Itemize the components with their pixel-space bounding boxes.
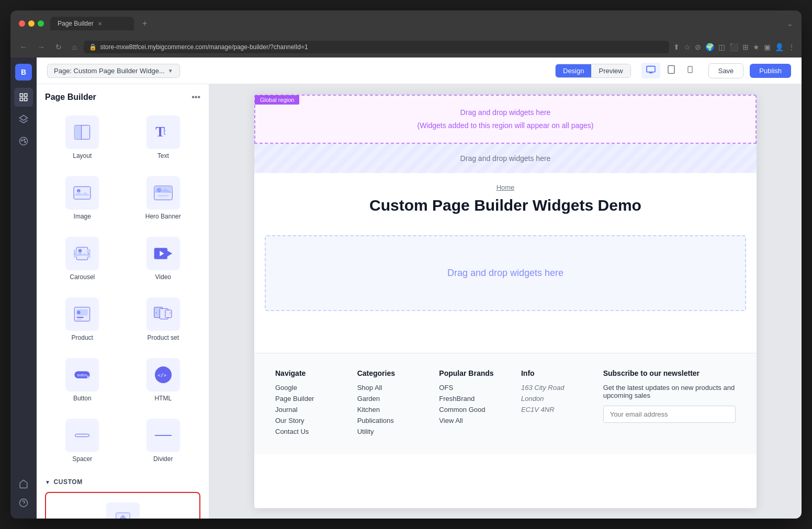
list-item: London — [521, 395, 588, 402]
address-bar[interactable]: 🔒 store-mxw8ttfcei.mybigcommerce.com/man… — [84, 41, 669, 53]
top-drop-zone[interactable]: Drag and drop widgets here — [254, 144, 757, 173]
svg-point-7 — [24, 139, 25, 140]
footer-newsletter: Subscribe to our newsletter Get the late… — [603, 369, 736, 439]
list-item: Our Story — [275, 417, 342, 424]
design-button[interactable]: Design — [556, 64, 591, 77]
sidebar-icon-help[interactable] — [14, 493, 33, 512]
desktop-device-button[interactable] — [641, 63, 660, 78]
global-drop-text: Drag and drop widgets here (Widgets adde… — [266, 106, 745, 132]
sidebar-icon-home[interactable] — [14, 88, 33, 107]
footer-navigate-list: Google Page Builder Journal Our Story Co… — [275, 384, 342, 435]
settings-icon[interactable]: ⊘ — [695, 43, 701, 51]
sidebar-toggle-icon[interactable]: ▣ — [764, 43, 771, 51]
widget-item-image[interactable]: Image — [45, 171, 120, 225]
bookmark-icon[interactable]: ☆ — [684, 43, 691, 51]
custom-toggle-icon[interactable]: ▼ — [45, 479, 51, 485]
canvas-area: Global region Drag and drop widgets here… — [209, 84, 802, 519]
page-title: Custom Page Builder Widgets Demo — [275, 197, 736, 214]
widget-label-html: HTML — [154, 395, 172, 402]
grid-icon[interactable]: ⊞ — [742, 43, 749, 51]
preview-button[interactable]: Preview — [591, 64, 630, 77]
save-button[interactable]: Save — [708, 63, 744, 78]
widget-icon-image — [65, 176, 99, 210]
tab-title: Page Builder — [58, 20, 94, 27]
browser-tab[interactable]: Page Builder ✕ — [50, 17, 134, 30]
sidebar-icon-store[interactable] — [14, 475, 33, 493]
extensions-icon[interactable]: 🌍 — [705, 43, 714, 51]
newsletter-email-input[interactable] — [603, 406, 736, 423]
main-drop-zone[interactable]: Drag and drop widgets here — [265, 235, 746, 311]
tablet-device-button[interactable] — [662, 63, 680, 78]
widget-label-spacer: Spacer — [72, 455, 92, 463]
widget-item-product[interactable]: Product — [45, 292, 120, 347]
canvas-frame: Global region Drag and drop widgets here… — [254, 95, 757, 508]
widget-item-hero-banner[interactable]: Hero Banner — [126, 171, 201, 225]
maximize-button[interactable] — [38, 20, 44, 27]
page-selector-label: Page: Custom Page Builder Widge... — [54, 67, 165, 75]
svg-point-5 — [20, 137, 28, 145]
widget-item-video[interactable]: Video — [126, 232, 201, 286]
share-icon[interactable]: ⬆ — [673, 43, 680, 51]
puzzle-icon[interactable]: ⬛ — [729, 43, 738, 51]
svg-text:button: button — [77, 373, 87, 377]
widget-label-image: Image — [74, 213, 91, 220]
close-button[interactable] — [19, 20, 25, 27]
forward-button[interactable]: → — [35, 42, 48, 52]
widget-grid: Layout T t Text — [45, 110, 200, 468]
list-item: Page Builder — [275, 395, 342, 402]
list-item: Kitchen — [357, 406, 424, 413]
list-item: Publications — [357, 417, 424, 424]
svg-rect-11 — [647, 66, 655, 72]
camera-icon[interactable]: ◫ — [718, 43, 725, 51]
main-toolbar: Page: Custom Page Builder Widge... ▼ Des… — [37, 58, 802, 84]
design-preview-toggle: Design Preview — [555, 64, 631, 78]
sidebar-icon-palette[interactable] — [14, 132, 33, 151]
sidebar-icon-layers[interactable] — [14, 110, 33, 129]
window-controls: ⌄ — [787, 19, 793, 28]
svg-text:</>: </> — [157, 372, 166, 378]
device-toggle — [641, 63, 698, 78]
add-tab-button[interactable]: + — [142, 19, 147, 28]
widget-icon-text: T t — [146, 116, 180, 149]
widget-item-html[interactable]: </> HTML — [126, 353, 201, 407]
profile-icon[interactable]: 👤 — [775, 43, 784, 51]
footer-brands: Popular Brands OFS FreshBrand Common Goo… — [439, 369, 505, 439]
svg-rect-29 — [77, 247, 88, 260]
breadcrumb[interactable]: Home — [275, 183, 736, 191]
widget-icon-product-set: ‹ › — [146, 297, 180, 331]
custom-section-label: CUSTOM — [54, 478, 83, 486]
svg-point-6 — [21, 140, 22, 141]
refresh-button[interactable]: ↻ — [52, 42, 65, 52]
widget-icon-product — [65, 297, 99, 331]
footer-navigate: Navigate Google Page Builder Journal Our… — [275, 369, 342, 439]
publish-button[interactable]: Publish — [750, 64, 791, 78]
widget-item-spacer[interactable]: Spacer — [45, 413, 120, 468]
home-button[interactable]: ⌂ — [69, 42, 80, 52]
widget-item-card-widget[interactable]: Card Widget — [51, 498, 194, 519]
tab-close-icon[interactable]: ✕ — [98, 21, 102, 27]
widget-item-text[interactable]: T t Text — [126, 110, 201, 165]
list-item: EC1V 4NR — [521, 406, 588, 413]
widget-panel: Page Builder ••• — [37, 84, 209, 519]
widget-label-carousel: Carousel — [70, 273, 95, 281]
svg-rect-3 — [25, 98, 27, 101]
widget-icon-spacer — [65, 419, 99, 452]
widget-item-carousel[interactable]: ‹ › Carousel — [45, 232, 120, 286]
widget-label-product: Product — [72, 334, 93, 341]
minimize-button[interactable] — [28, 20, 35, 27]
page-selector[interactable]: Page: Custom Page Builder Widge... ▼ — [47, 64, 180, 78]
widget-icon-video — [146, 237, 180, 270]
widget-icon-button: button — [65, 358, 99, 392]
panel-more-button[interactable]: ••• — [191, 93, 200, 102]
page-footer: Navigate Google Page Builder Journal Our… — [254, 353, 757, 454]
widget-item-product-set[interactable]: ‹ › Product set — [126, 292, 201, 347]
star-icon[interactable]: ★ — [753, 43, 760, 51]
svg-rect-1 — [25, 94, 27, 96]
widget-item-button[interactable]: button Button — [45, 353, 120, 407]
more-icon[interactable]: ⋮ — [788, 43, 795, 51]
mobile-device-button[interactable] — [682, 63, 698, 78]
widget-icon-divider — [146, 419, 180, 452]
widget-item-layout[interactable]: Layout — [45, 110, 120, 165]
widget-item-divider[interactable]: Divider — [126, 413, 201, 468]
back-button[interactable]: ← — [17, 42, 30, 52]
